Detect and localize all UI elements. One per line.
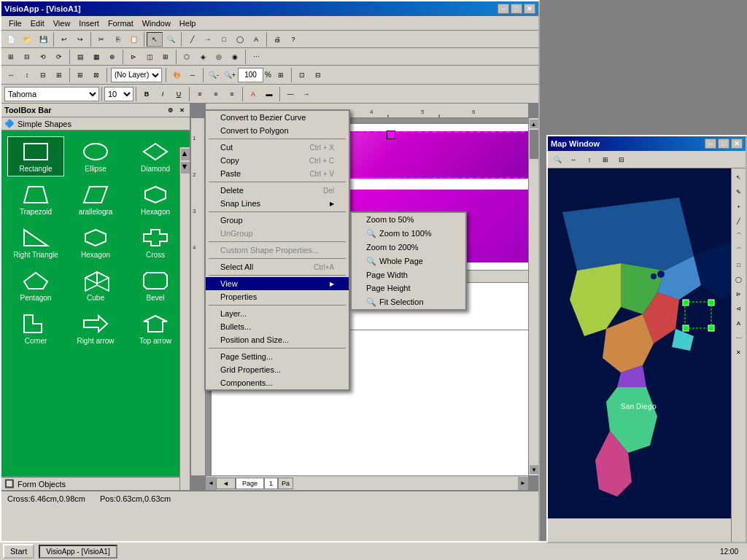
ctx-convert-polygon[interactable]: Convert to Polygon [206,124,349,137]
ctx-bullets[interactable]: Bullets... [206,320,349,333]
taskbar-visio[interactable]: VisioApp - [VisioA1] [39,545,117,559]
ctx-copy[interactable]: Copy Ctrl + C [206,154,349,167]
submenu-page-height[interactable]: Page Height [352,281,465,295]
mrt-12[interactable]: ⋯ [732,331,746,344]
zoom-input[interactable] [238,68,263,82]
shape-pentagon[interactable]: Pentagon [7,265,64,306]
tb3-1[interactable]: ↔ [3,68,19,82]
tb3-extra2[interactable]: ⊟ [310,68,326,82]
select-button[interactable]: ↖ [147,32,163,47]
tb2-6[interactable]: ▦ [88,50,104,64]
submenu-zoom-50[interactable]: Zoom to 50% [352,213,465,226]
tb2-15[interactable]: ⋯ [248,50,264,64]
ctx-delete[interactable]: Delete Del [206,184,349,197]
menu-view[interactable]: View [49,18,75,29]
ctx-components[interactable]: Components... [206,376,349,389]
save-button[interactable]: 💾 [35,32,51,47]
ctx-cut[interactable]: Cut Ctrl + X [206,141,349,154]
maximize-button[interactable]: □ [511,4,522,14]
layer-select[interactable]: (No Layer) [111,68,162,82]
menu-edit[interactable]: Edit [26,18,49,29]
scroll-left-btn[interactable]: ◄ [206,477,216,490]
mrt-7[interactable]: □ [732,258,746,271]
toolbox-scrollbar[interactable]: ▲ ▼ [179,147,190,490]
ctx-properties[interactable]: Properties [206,290,349,303]
mrt-6[interactable]: ⌒ [732,244,746,257]
redo-button[interactable]: ↪ [72,32,88,47]
menu-help[interactable]: Help [175,18,201,29]
ctx-layer[interactable]: Layer... [206,307,349,320]
shape-right-arrow[interactable]: Right arrow [67,308,124,349]
ctx-group[interactable]: Group [206,214,349,227]
arrow-button[interactable]: → [200,32,216,47]
mrt-close[interactable]: ✕ [732,346,746,359]
ctx-grid[interactable]: Grid Properties... [206,363,349,376]
shape-top-arrow[interactable]: Top arrow [127,308,184,349]
handle-tc[interactable] [387,131,395,139]
undo-button[interactable]: ↩ [56,32,72,47]
start-button[interactable]: Start [3,544,34,559]
mrt-9[interactable]: ⊳ [732,287,746,300]
highlight-color[interactable]: ▬ [261,87,277,101]
underline-button[interactable]: U [171,87,187,101]
submenu-whole-page[interactable]: 🔍 Whole Page [352,254,465,268]
paste-button[interactable]: 📋 [125,32,142,47]
zoom-button[interactable]: 🔍 [163,32,179,47]
shape-bevel[interactable]: Bevel [127,265,184,306]
line-color[interactable]: ─ [185,68,201,82]
scroll-down[interactable]: ▼ [181,162,190,174]
mrt-8[interactable]: ◯ [732,273,746,286]
text-button[interactable]: A [248,32,264,47]
mrt-5[interactable]: ⌒ [732,229,746,242]
align-center[interactable]: ≡ [208,87,224,101]
map-tb4[interactable]: ⊞ [597,152,614,167]
tb2-3[interactable]: ⟲ [35,50,51,64]
tb3-3[interactable]: ⊟ [35,68,51,82]
ctx-view[interactable]: View ▶ [206,277,349,290]
shape-parallelogram[interactable]: arallelogra [67,179,124,219]
ellipse-button[interactable]: ◯ [232,32,248,47]
open-button[interactable]: 📂 [19,32,35,47]
ctx-position[interactable]: Position and Size... [206,333,349,346]
submenu-fit-selection[interactable]: 🔍 Fit Selection [352,295,465,309]
mrt-1[interactable]: ↖ [732,171,746,184]
toolbox-settings[interactable]: ⚙ [165,105,175,115]
ctx-paste[interactable]: Paste Ctrl + V [206,167,349,180]
tb3-snap[interactable]: ⊠ [88,68,104,82]
shape-cross[interactable]: Cross [127,222,184,262]
tb2-9[interactable]: ◫ [142,50,158,64]
mrt-11[interactable]: A [732,316,746,330]
shape-rectangle[interactable]: Rectangle [7,136,64,176]
tb2-13[interactable]: ◎ [211,50,227,64]
scroll-thumb-v[interactable] [530,130,538,159]
font-color[interactable]: A [245,87,261,101]
map-tb2[interactable]: ↔ [565,152,581,167]
tb3-grid[interactable]: ⊞ [72,68,88,82]
scroll-down-btn[interactable]: ▼ [530,465,538,474]
new-button[interactable]: 📄 [3,32,19,47]
tb2-2[interactable]: ⊟ [19,50,35,64]
align-left[interactable]: ≡ [192,87,208,101]
shape-right-triangle[interactable]: Right Triangle [7,222,64,262]
map-close[interactable]: ✕ [731,139,743,149]
submenu-page-width[interactable]: Page Width [352,268,465,281]
zoom-in[interactable]: 🔍+ [222,68,238,82]
mrt-10[interactable]: ⊲ [732,302,746,315]
scroll-up-btn[interactable]: ▲ [530,120,538,128]
tb2-10[interactable]: ⊞ [158,50,174,64]
toolbox-close[interactable]: ✕ [177,105,187,115]
shape-hexagon2[interactable]: Hexagon [67,222,124,262]
page-tab-1[interactable]: ◄ [216,478,236,489]
map-tb3[interactable]: ↕ [581,152,597,167]
zoom-out[interactable]: 🔍- [206,68,222,82]
tb3-extra1[interactable]: ⊡ [294,68,310,82]
scroll-right-btn[interactable]: ► [518,477,528,490]
ctx-snap[interactable]: Snap Lines ▶ [206,197,349,210]
minimize-button[interactable]: ─ [498,4,509,14]
mrt-3[interactable]: + [732,200,746,213]
map-maximize[interactable]: □ [718,139,729,149]
align-right[interactable]: ≡ [224,87,240,101]
ctx-select-all[interactable]: Select All Ctrl+A [206,260,349,273]
cut-button[interactable]: ✂ [93,32,109,47]
print-button[interactable]: 🖨 [269,32,285,47]
